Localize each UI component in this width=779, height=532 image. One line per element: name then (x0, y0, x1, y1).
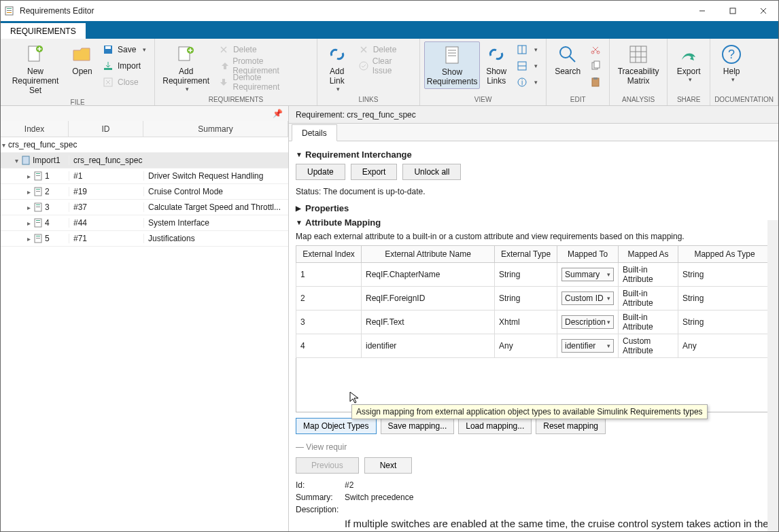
chevron-right-icon[interactable]: ▸ (25, 188, 33, 196)
col-external-type[interactable]: External Type (495, 246, 557, 263)
promote-requirement-button[interactable]: Promote Requirement (214, 58, 313, 74)
mapped-to-select[interactable]: identifier▾ (561, 339, 614, 353)
table-row[interactable]: 1ReqIF.ChapterNameStringSummary▾Built-in… (296, 263, 772, 287)
summary-value: Switch precedence (345, 493, 413, 502)
svg-rect-49 (36, 189, 40, 190)
show-links-button[interactable]: Show Links (481, 41, 511, 88)
view-requirement-label: — View requir (296, 442, 772, 452)
col-mapped-as[interactable]: Mapped As (619, 246, 678, 263)
status-text: Status: The document is up-to-date. (296, 187, 772, 196)
view-option-1[interactable] (513, 41, 542, 58)
next-button[interactable]: Next (364, 457, 413, 474)
help-button[interactable]: ? Help (714, 41, 748, 85)
scrollbar[interactable] (767, 220, 778, 531)
delete-requirement-button[interactable]: Delete (214, 41, 313, 58)
table-row[interactable]: 2ReqIF.ForeignIDStringCustom ID▾Built-in… (296, 287, 772, 311)
tree-row[interactable]: ▸4#44System Interface (1, 215, 288, 231)
export-interchange-button[interactable]: Export (351, 164, 398, 180)
clear-issue-button[interactable]: Clear Issue (354, 58, 415, 74)
section-requirement-interchange[interactable]: ▼Requirement Interchange (296, 149, 772, 160)
svg-line-28 (570, 56, 575, 62)
view-option-2[interactable] (513, 58, 542, 74)
chevron-right-icon[interactable]: ▸ (25, 204, 33, 211)
chevron-right-icon[interactable]: ▸ (25, 173, 33, 180)
maximize-button[interactable] (717, 1, 748, 21)
tab-details[interactable]: Details (292, 124, 337, 141)
pin-icon[interactable]: 📌 (273, 109, 283, 118)
col-id[interactable]: ID (69, 121, 143, 137)
cut-button[interactable] (586, 41, 605, 58)
new-requirement-set-button[interactable]: New Requirement Set (5, 41, 66, 97)
tree-root-row[interactable]: ▾crs_req_func_spec (1, 137, 288, 153)
close-button[interactable] (748, 1, 778, 21)
tree-row[interactable]: ▸3#37Calculate Target Speed and Throttl.… (1, 200, 288, 215)
rows-icon (517, 60, 527, 71)
app-icon (5, 5, 16, 16)
copy-button[interactable] (586, 58, 605, 74)
minimize-button[interactable] (687, 1, 717, 21)
unlock-all-button[interactable]: Unlock all (402, 164, 461, 180)
copy-icon (590, 60, 601, 71)
save-button[interactable]: Save (99, 41, 150, 58)
delete-link-button[interactable]: Delete (354, 41, 415, 58)
col-external-index[interactable]: External Index (296, 246, 362, 263)
group-share-label: SHARE (672, 94, 706, 105)
import-button[interactable]: Import (99, 58, 150, 74)
paste-icon (590, 77, 601, 88)
demote-icon (218, 77, 229, 88)
load-mapping-button[interactable]: Load mapping... (458, 418, 532, 434)
paste-button[interactable] (586, 74, 605, 90)
tree-row[interactable]: ▸5#71Justifications (1, 231, 288, 247)
reset-mapping-button[interactable]: Reset mapping (536, 418, 606, 434)
tree-import-row[interactable]: ▾Import1 crs_req_func_spec (1, 153, 288, 169)
mapped-to-select[interactable]: Custom ID▾ (561, 291, 614, 305)
group-view-label: VIEW (424, 94, 542, 105)
show-requirements-button[interactable]: Show Requirements (424, 41, 480, 89)
save-mapping-button[interactable]: Save mapping... (381, 418, 455, 434)
mapped-to-select[interactable]: Summary▾ (561, 268, 614, 281)
chevron-down-icon[interactable]: ▾ (13, 157, 20, 164)
view-option-3[interactable]: i (513, 74, 542, 90)
add-requirement-button[interactable]: Add Requirement (159, 41, 213, 94)
chevron-right-icon[interactable]: ▸ (25, 219, 33, 227)
close-button-ribbon[interactable]: Close (99, 74, 150, 90)
import-icon (103, 60, 114, 71)
open-button[interactable]: Open (67, 41, 97, 78)
tooltip: Assign mapping from external application… (351, 404, 708, 419)
svg-rect-53 (36, 207, 40, 207)
table-row[interactable]: 4identifierAnyidentifier▾Custom Attribut… (296, 334, 772, 358)
section-attribute-mapping[interactable]: ▼Attribute Mapping (296, 217, 772, 228)
export-button[interactable]: Export (672, 41, 706, 85)
col-external-attribute-name[interactable]: External Attribute Name (362, 246, 495, 263)
col-mapped-as-type[interactable]: Mapped As Type (678, 246, 772, 263)
chevron-right-icon[interactable]: ▸ (25, 235, 33, 243)
svg-text:?: ? (728, 48, 735, 61)
demote-requirement-button[interactable]: Demote Requirement (214, 74, 313, 90)
mapped-to-select[interactable]: Description▾ (561, 315, 614, 329)
map-object-types-button[interactable]: Map Object Types (296, 418, 377, 434)
tree-row[interactable]: ▸2#19Cruise Control Mode (1, 184, 288, 200)
table-row[interactable]: 3ReqIF.TextXhtmlDescription▾Built-in Att… (296, 311, 772, 334)
tree-row[interactable]: ▸1#1Driver Switch Request Handling (1, 169, 288, 184)
requirement-icon (34, 234, 44, 243)
svg-rect-58 (36, 236, 40, 236)
previous-button[interactable]: Previous (296, 457, 359, 474)
title-bar: Requirements Editor (1, 1, 778, 21)
section-properties[interactable]: ▶Properties (296, 203, 772, 213)
svg-rect-12 (104, 68, 112, 70)
update-button[interactable]: Update (296, 164, 345, 180)
svg-point-27 (560, 47, 571, 58)
svg-point-16 (360, 62, 368, 70)
svg-rect-44 (22, 156, 29, 164)
requirement-icon (34, 171, 44, 181)
summary-label: Summary: (296, 493, 345, 502)
search-button[interactable]: Search (551, 41, 585, 78)
tab-requirements[interactable]: REQUIREMENTS (1, 22, 86, 39)
add-link-button[interactable]: Add Link (322, 41, 353, 94)
col-summary[interactable]: Summary (143, 121, 288, 137)
col-mapped-to[interactable]: Mapped To (557, 246, 619, 263)
traceability-matrix-button[interactable]: Traceability Matrix (614, 41, 663, 88)
svg-rect-1 (7, 8, 12, 9)
chevron-down-icon[interactable]: ▾ (2, 141, 5, 149)
col-index[interactable]: Index (1, 121, 69, 137)
